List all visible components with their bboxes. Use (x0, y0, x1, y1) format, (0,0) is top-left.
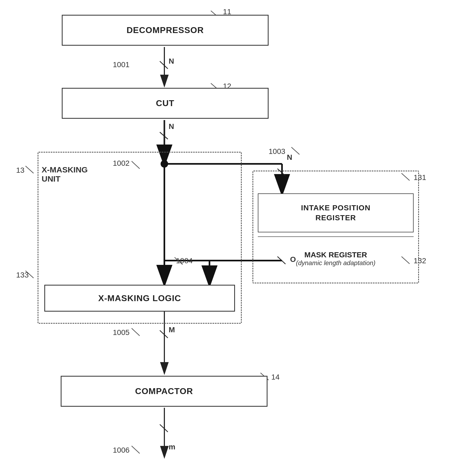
compactor-block: COMPACTOR (61, 376, 267, 407)
cut-block: CUT (62, 88, 269, 119)
signal-N-right: N (287, 153, 292, 162)
decompressor-block: DECOMPRESSOR (62, 15, 269, 46)
ref-13: 13 (16, 166, 24, 175)
signal-N-mid: N (169, 122, 174, 131)
signal-1003: 1003 (269, 147, 285, 156)
mask-register-sublabel: (dynamic length adaptation) (296, 259, 375, 267)
cut-label: CUT (156, 98, 175, 108)
decompressor-label: DECOMPRESSOR (126, 25, 204, 35)
diagram: DECOMPRESSOR 11 1001 N CUT 12 N 1002 100… (0, 0, 470, 476)
intake-label-line1: INTAKE POSITION (301, 204, 371, 212)
intake-label-line2: REGISTER (315, 214, 356, 222)
mask-register-label: MASK REGISTER (296, 251, 375, 259)
signal-1006: 1006 (113, 446, 129, 455)
signal-O: O (290, 255, 296, 264)
ref-11: 11 (223, 8, 231, 16)
signal-1005: 1005 (113, 328, 129, 337)
ref-132: 132 (414, 257, 426, 265)
svg-line-22 (291, 147, 299, 154)
compactor-label: COMPACTOR (135, 386, 193, 396)
mask-register-section: MASK REGISTER (dynamic length adaptation… (258, 236, 414, 281)
x-masking-logic-label: X-MASKING LOGIC (98, 293, 181, 303)
svg-line-31 (132, 328, 140, 336)
signal-N-top: N (169, 57, 174, 66)
x-masking-unit-label: X-MASKING UNIT (42, 165, 88, 183)
signal-m: m (169, 443, 175, 451)
signal-M: M (169, 326, 175, 334)
intake-position-register-block: INTAKE POSITION REGISTER (258, 193, 414, 232)
svg-line-28 (132, 446, 140, 453)
signal-1001: 1001 (113, 60, 129, 69)
ref-14: 14 (271, 373, 280, 381)
ref-12: 12 (223, 82, 231, 91)
x-masking-logic-block: X-MASKING LOGIC (44, 285, 235, 312)
svg-line-25 (26, 166, 34, 173)
ref-133: 133 (16, 271, 29, 279)
